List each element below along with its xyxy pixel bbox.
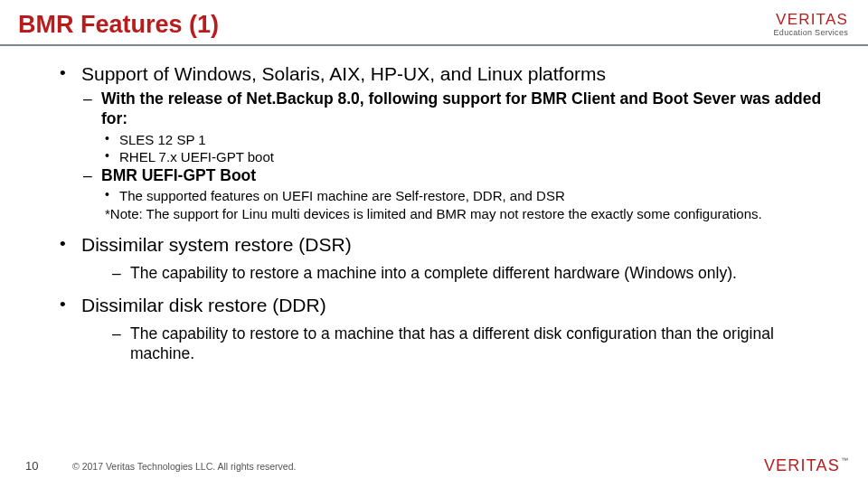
note-text: *Note: The support for Linu multi device…	[101, 205, 837, 222]
slide-title: BMR Features (1)	[18, 11, 219, 39]
slide: BMR Features (1) VERITAS Education Servi…	[0, 0, 868, 488]
list-item: The supported features on UEFI machine a…	[101, 187, 837, 204]
header-rule	[0, 44, 868, 46]
copyright: © 2017 Veritas Technologies LLC. All rig…	[72, 461, 764, 472]
bullet-text: Dissimilar system restore (DSR)	[81, 234, 352, 255]
bullet-ddr: Dissimilar disk restore (DDR) The capabi…	[54, 294, 837, 364]
sub-text: With the release of Net.Backup 8.0, foll…	[101, 89, 821, 127]
sub-netbackup: With the release of Net.Backup 8.0, foll…	[81, 89, 837, 165]
veritas-logo: VERITAS	[774, 11, 848, 29]
brand-top: VERITAS Education Services	[774, 11, 848, 37]
bullet-dsr: Dissimilar system restore (DSR) The capa…	[54, 233, 837, 283]
content: Support of Windows, Solaris, AIX, HP-UX,…	[0, 62, 868, 364]
list-item: SLES 12 SP 1	[101, 131, 837, 148]
page-number: 10	[25, 459, 72, 473]
veritas-logo: VERITAS	[764, 456, 840, 474]
sub-text: BMR UEFI-GPT Boot	[101, 166, 256, 184]
bullet-text: Dissimilar disk restore (DDR)	[81, 295, 326, 315]
sub-ddr-desc: The capability to restore to a machine t…	[110, 324, 837, 364]
list-item: RHEL 7.x UEFI-GPT boot	[101, 148, 837, 165]
bullet-platforms: Support of Windows, Solaris, AIX, HP-UX,…	[54, 62, 837, 222]
sub-dsr-desc: The capability to restore a machine into…	[110, 263, 837, 283]
footer: 10 © 2017 Veritas Technologies LLC. All …	[0, 456, 868, 475]
header: BMR Features (1) VERITAS Education Servi…	[0, 0, 868, 44]
sub-uefi-gpt: BMR UEFI-GPT Boot The supported features…	[81, 165, 837, 222]
brand-subtitle: Education Services	[774, 28, 848, 37]
brand-bottom-wrap: VERITAS™	[764, 456, 848, 475]
bullet-text: Support of Windows, Solaris, AIX, HP-UX,…	[81, 63, 606, 84]
trademark-icon: ™	[841, 456, 848, 465]
